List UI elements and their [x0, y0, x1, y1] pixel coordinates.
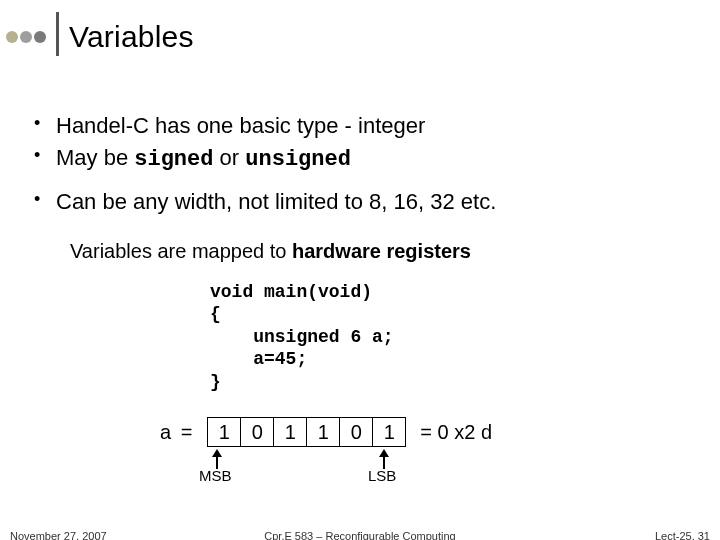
arrow-up-icon	[212, 449, 222, 469]
arrow-up-icon	[379, 449, 389, 469]
mapping-statement: Variables are mapped to hardware registe…	[70, 240, 720, 263]
bit-cell: 0	[339, 417, 373, 447]
slide-title: Variables	[69, 20, 194, 54]
mapping-bold: hardware registers	[292, 240, 471, 262]
code-block: void main(void) { unsigned 6 a; a=45; }	[210, 281, 720, 394]
bullet-item: Can be any width, not limited to 8, 16, …	[34, 186, 720, 218]
bit-register-row: a = 1 0 1 1 0 1 = 0 x2 d	[160, 417, 720, 447]
dot-icon	[6, 31, 18, 43]
bullet-text: Handel-C has one basic type - integer	[56, 113, 425, 138]
vertical-bar-icon	[56, 12, 59, 56]
bullet-text: May be	[56, 145, 134, 170]
bit-cell: 0	[240, 417, 274, 447]
code-line: }	[210, 372, 221, 392]
hex-value: = 0 x2 d	[420, 421, 492, 444]
code-line: a=45;	[210, 349, 307, 369]
bullet-item: May be signed or unsigned	[34, 142, 720, 176]
bit-cell: 1	[273, 417, 307, 447]
decorator-dots	[6, 31, 46, 43]
slide-header: Variables	[0, 0, 720, 56]
bullet-item: Handel-C has one basic type - integer	[34, 110, 720, 142]
register-label: a =	[160, 421, 194, 444]
footer-course: Cpr.E 583 – Reconfigurable Computing	[0, 530, 720, 540]
bullet-list: Handel-C has one basic type - integer Ma…	[34, 110, 720, 218]
footer-pagenum: Lect-25. 31	[655, 530, 710, 540]
msb-lsb-labels: MSB LSB	[196, 449, 720, 483]
code-line: unsigned 6 a;	[210, 327, 394, 347]
keyword-signed: signed	[134, 147, 213, 172]
msb-label: MSB	[199, 467, 232, 484]
keyword-unsigned: unsigned	[245, 147, 351, 172]
mapping-text: Variables are mapped to	[70, 240, 292, 262]
bullet-text: Can be any width, not limited to 8, 16, …	[56, 189, 496, 214]
dot-icon	[34, 31, 46, 43]
code-line: {	[210, 304, 221, 324]
bit-cell: 1	[306, 417, 340, 447]
dot-icon	[20, 31, 32, 43]
bullet-text: or	[213, 145, 245, 170]
lsb-label: LSB	[368, 467, 396, 484]
code-line: void main(void)	[210, 282, 372, 302]
bit-cell: 1	[207, 417, 241, 447]
bit-cell: 1	[372, 417, 406, 447]
